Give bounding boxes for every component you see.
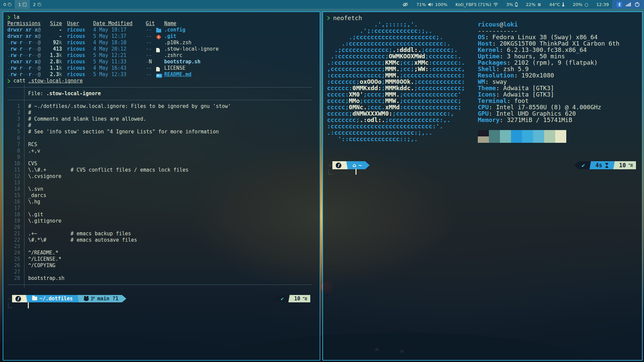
ascii-art-line: cccccc:0MMKxdd:;MMMkddc.;cccccccccccc;: [327, 85, 465, 91]
module-battery[interactable]: 3%: [506, 2, 518, 7]
workspace-number: 1: [18, 2, 21, 7]
git-status: --: [146, 46, 152, 52]
info-row: Kernel: 6.2.13-300.fc38.x86_64: [478, 47, 620, 53]
line-number: 19: [7, 218, 20, 224]
module-clock[interactable]: 12:39: [596, 2, 609, 7]
file-name: .p10k.zsh: [164, 40, 191, 46]
eye-off-icon: [402, 2, 408, 7]
fedora-logo-icon: [336, 163, 341, 168]
file-size: 1.1k: [47, 65, 62, 71]
module-volume[interactable]: 71%100%: [416, 2, 447, 7]
cursor: [356, 169, 357, 175]
color-swatch: [511, 136, 522, 143]
module-network[interactable]: Koti_FBF5 (71%): [455, 2, 498, 7]
file-size: 2.3k: [47, 71, 62, 78]
file-size: -: [47, 27, 62, 33]
command-line-catt: catt.stow-local-ignore: [7, 78, 83, 84]
code-line: 17: [7, 205, 312, 212]
info-row: Uptime: 3 hours, 50 mins: [478, 53, 620, 59]
workspace-switcher: 012: [0, 0, 45, 9]
tray-bluetooth[interactable]: [617, 2, 622, 7]
command-text: la: [13, 14, 19, 20]
code-line: 3# Comments and blank lines are allowed.: [7, 116, 312, 122]
workspace-2[interactable]: 2: [30, 0, 45, 9]
permissions: .rwxr-xr-x@: [7, 59, 41, 65]
line-number: 2: [7, 110, 20, 116]
line-number: 7: [7, 141, 20, 148]
info-row: Icons: Adwaita [GTK3]: [478, 91, 620, 98]
info-row: Terminal: foot: [478, 98, 620, 104]
line-number: 24: [7, 250, 20, 256]
workspace-number: 0: [3, 2, 6, 7]
line-number: 27: [7, 269, 20, 275]
git-status: ?1: [112, 296, 118, 302]
tray-power[interactable]: [635, 2, 640, 7]
line-number: 10: [7, 161, 20, 167]
permissions: .rw-r--r--@: [7, 65, 41, 71]
file-date: 5 May 12:21: [93, 52, 126, 59]
line-number: 8: [7, 148, 20, 154]
segment-separator: [345, 161, 349, 169]
module-idle-inhibitor[interactable]: [402, 2, 408, 7]
file-owner: ricous: [67, 71, 85, 78]
code-line: 6: [7, 135, 312, 141]
cursor-row: [328, 169, 357, 177]
workspace-0[interactable]: 0: [0, 0, 15, 9]
module-text: 44°C: [549, 2, 560, 7]
cwd-text: ~/.dotfiles: [40, 296, 73, 302]
ascii-art-line: :cccccccccccccccccccccccccccc:'.: [327, 123, 465, 129]
powerline-tip: [122, 295, 126, 302]
exit-status-badge: ✔: [278, 295, 287, 302]
module-memory[interactable]: 22%≡: [526, 2, 541, 7]
prompt-frame: [8, 303, 12, 308]
git-status: --: [146, 40, 152, 46]
permissions: .rw-r--r--@: [7, 71, 41, 78]
info-row: Packages: 2102 (rpm), 9 (flatpak): [478, 59, 620, 66]
code-line: 9: [7, 154, 312, 161]
info-row: Memory: 3271MiB / 15741MiB: [478, 117, 620, 123]
cwd-segment: ⌂~: [349, 161, 365, 169]
line-number: 11: [7, 167, 20, 173]
octocat-icon: [84, 297, 89, 301]
info-row: OS: Fedora Linux 38 (Sway) x86_64: [478, 34, 620, 40]
ascii-art-line: ,cccccccccccccc;MMM.;cc;;WW::cccccccc,: [327, 66, 465, 72]
code-line: 20: [7, 224, 312, 231]
line-number: 23: [7, 243, 20, 250]
module-cpu[interactable]: 20%○: [573, 2, 588, 7]
right-terminal[interactable]: neofetch .',;::::;,'. .';:cccccccccccc:;…: [322, 11, 643, 361]
module-temperature[interactable]: 44°C: [549, 2, 565, 7]
color-swatch: [522, 130, 533, 136]
file-preview: File: .stow-local-ignore 1# ~./dotfiles/…: [7, 84, 312, 288]
ascii-art-line: .',;::::;,'.: [327, 21, 465, 27]
color-swatch: [511, 130, 522, 136]
power-icon: [635, 2, 640, 7]
command-text: neofetch: [333, 15, 362, 21]
code-line: 7RCS: [7, 141, 312, 148]
permissions: drwxr-xr-x@: [7, 27, 41, 33]
code-line: 28bootstrap.sh: [7, 275, 312, 282]
left-terminal[interactable]: la PermissionsSizeUserDate ModifiedGitNa…: [3, 11, 320, 361]
git-status: --: [146, 65, 152, 71]
code-line: 18\.git: [7, 212, 312, 218]
workspace-1[interactable]: 1: [15, 0, 29, 9]
bluetooth-icon: [617, 2, 622, 7]
info-separator: -----------: [478, 27, 620, 34]
ascii-art-line: .:ccccccccccccc;OWMKOOXMWd;ccccccc:.: [327, 53, 465, 59]
file-lines: 1# ~./dotfiles/.stow.local.ignore: Files…: [7, 103, 312, 282]
prompt-powerline: ~/.dotfiles main?1: [8, 295, 126, 302]
code-line: 12\.cvsignore: [7, 173, 312, 180]
memory-icon: ≡: [537, 2, 541, 7]
code-line: 10CVS: [7, 161, 312, 167]
git-segment: main?1: [80, 295, 122, 302]
module-text: 20%: [573, 2, 582, 7]
code-line: 2#: [7, 110, 312, 116]
media-icon: [38, 3, 41, 6]
tray-signal[interactable]: [626, 2, 631, 6]
color-swatch: [478, 136, 489, 143]
info-row: Resolution: 1920x1080: [478, 72, 620, 78]
file-row: .rw-r--r--@1.1kricous4 May 16:43--LICENS…: [7, 65, 316, 71]
badge-tip: [574, 161, 579, 169]
listing-header: PermissionsSizeUserDate ModifiedGitName: [7, 20, 316, 27]
info-row: Host: 20KGS15T00 ThinkPad X1 Carbon 6th: [478, 40, 620, 47]
info-row: WM: sway: [478, 78, 620, 85]
